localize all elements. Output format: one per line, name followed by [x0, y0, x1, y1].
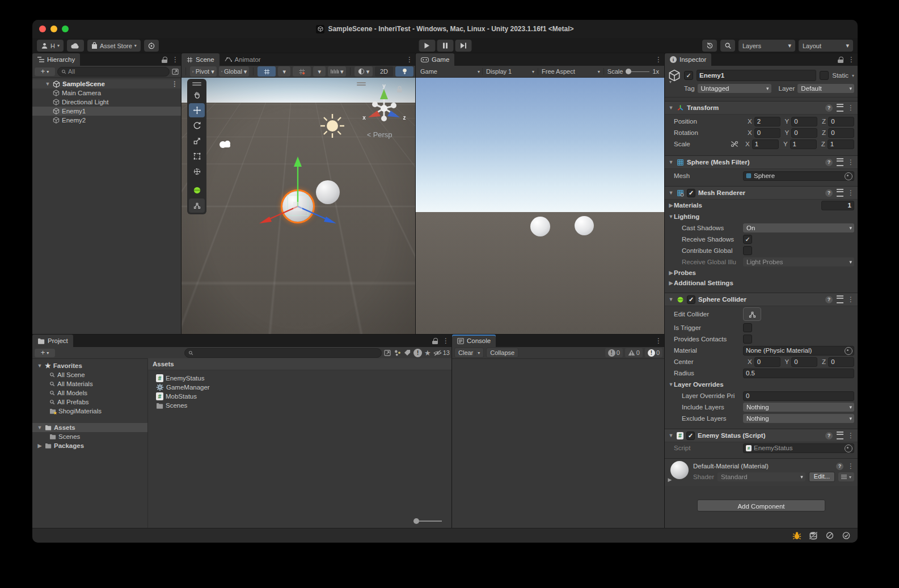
scale-y-field[interactable]: 1 — [790, 139, 817, 149]
favorites-filter-icon[interactable]: ★ — [424, 349, 431, 357]
foldout-icon[interactable]: ▼ — [668, 297, 674, 302]
component-menu-icon[interactable]: ⋮ — [847, 432, 854, 439]
material-menu-icon[interactable]: ⋮ — [847, 462, 854, 470]
hierarchy-menu-icon[interactable]: ⋮ — [172, 56, 179, 64]
overlay-drag-handle[interactable] — [192, 81, 201, 87]
clear-button[interactable]: Clear ▾ — [454, 348, 484, 358]
mesh-object-field[interactable]: Sphere — [743, 171, 854, 181]
progress-idle-icon[interactable] — [842, 531, 851, 540]
hierarchy-item-enemy2[interactable]: Enemy2 — [32, 116, 182, 125]
presets-icon[interactable] — [837, 104, 843, 112]
object-picker-icon[interactable] — [845, 347, 852, 355]
scene-menu-icon[interactable]: ⋮ — [171, 80, 178, 88]
pick-window-icon[interactable] — [384, 349, 391, 356]
scene-viewport[interactable]: y x z < Persp — [182, 78, 416, 334]
play-button[interactable] — [419, 40, 435, 52]
asset-mobstatus[interactable]: # MobStatus — [148, 392, 452, 401]
handle-space-dropdown[interactable]: Global▾ — [219, 66, 250, 77]
center-y-field[interactable]: 0 — [791, 357, 817, 367]
game-mode-dropdown[interactable]: Game▾ — [418, 68, 483, 75]
help-icon[interactable]: ? — [836, 463, 843, 470]
receive-gi-dropdown[interactable]: Light Probes — [743, 257, 854, 266]
close-button[interactable] — [39, 26, 46, 32]
materials-foldout[interactable]: ▶Materials 1 — [665, 200, 858, 211]
tree-shogi-materials[interactable]: ★ ShogiMaterials — [32, 407, 147, 416]
foldout-icon[interactable]: ▼ — [668, 433, 674, 438]
tree-favorites[interactable]: ▼★ Favorites — [32, 361, 147, 370]
increment-snap-button[interactable]: ▾ — [328, 66, 346, 77]
minimize-button[interactable] — [50, 26, 57, 32]
scale-slider-knob[interactable] — [626, 69, 631, 74]
search-by-label-icon[interactable] — [404, 349, 411, 356]
help-icon[interactable]: ? — [825, 159, 833, 166]
receive-shadows-checkbox[interactable]: ✓ — [743, 235, 752, 244]
position-x-field[interactable]: 2 — [754, 117, 780, 126]
info-count-badge[interactable]: ! 0 — [605, 348, 623, 357]
lock-icon[interactable] — [162, 57, 167, 63]
tab-game[interactable]: Game — [416, 53, 454, 66]
move-tool[interactable] — [189, 103, 205, 117]
collab-disabled-icon[interactable] — [825, 531, 834, 540]
project-search-input[interactable] — [184, 348, 382, 358]
foldout-icon[interactable]: ▼ — [668, 190, 674, 196]
collapse-button[interactable]: Collapse — [486, 348, 518, 358]
is-trigger-checkbox[interactable] — [743, 323, 752, 332]
tree-all-models[interactable]: All Models — [32, 388, 147, 397]
display-dropdown[interactable]: Display 1▾ — [483, 68, 538, 75]
search-everywhere-button[interactable] — [720, 40, 735, 52]
hand-tool[interactable] — [189, 88, 205, 102]
layer-overrides-foldout[interactable]: ▼Layer Overrides — [665, 379, 858, 390]
help-icon[interactable]: ? — [825, 432, 833, 439]
enemy-status-header[interactable]: ▼ # ✓ Enemy Status (Script) ? ⋮ — [665, 429, 858, 442]
log-filter-icon[interactable]: ! — [413, 349, 422, 357]
exclude-layers-dropdown[interactable]: Nothing — [743, 414, 854, 423]
aspect-dropdown[interactable]: Free Aspect▾ — [538, 68, 604, 75]
snap-arrow[interactable]: ▾ — [313, 66, 326, 77]
center-x-field[interactable]: 0 — [754, 357, 780, 367]
static-checkbox[interactable] — [820, 71, 829, 80]
help-icon[interactable]: ? — [825, 104, 833, 112]
position-y-field[interactable]: 0 — [791, 117, 817, 126]
lighting-foldout[interactable]: ▼Lighting — [665, 211, 858, 222]
rotation-y-field[interactable]: 0 — [791, 128, 817, 138]
tab-console[interactable]: Console — [452, 335, 496, 347]
contribute-gi-checkbox[interactable] — [743, 246, 752, 255]
help-icon[interactable]: ? — [825, 189, 833, 197]
component-menu-icon[interactable]: ⋮ — [847, 295, 854, 303]
object-picker-icon[interactable] — [845, 445, 852, 452]
maximize-button[interactable] — [62, 26, 69, 32]
static-dropdown-arrow[interactable]: ▾ — [852, 73, 854, 78]
asset-enemystatus[interactable]: # EnemyStatus — [148, 374, 452, 383]
services-button[interactable] — [144, 40, 159, 52]
hierarchy-item-scene[interactable]: ▼ SampleScene ⋮ — [32, 79, 182, 88]
name-field[interactable]: Enemy1 — [697, 70, 816, 81]
snap-toggle[interactable] — [293, 66, 311, 77]
layout-dropdown[interactable]: Layout▾ — [799, 40, 853, 52]
component-menu-icon[interactable]: ⋮ — [847, 158, 854, 166]
component-menu-icon[interactable]: ⋮ — [847, 104, 854, 112]
rotate-tool[interactable] — [189, 119, 205, 133]
tab-animator[interactable]: Animator — [220, 53, 266, 66]
transform-tool[interactable] — [189, 164, 205, 179]
perspective-label[interactable]: < Persp — [367, 130, 392, 139]
presets-icon[interactable] — [837, 158, 843, 166]
tab-hierarchy[interactable]: Hierarchy — [32, 53, 80, 66]
hierarchy-search-input[interactable]: All — [57, 67, 170, 77]
overlay-drag-handle[interactable] — [357, 82, 366, 83]
edit-collider-button[interactable] — [743, 307, 761, 321]
undo-history-button[interactable] — [702, 40, 717, 52]
tab-inspector[interactable]: i Inspector — [665, 53, 711, 66]
hierarchy-item-main-camera[interactable]: Main Camera — [32, 88, 182, 98]
console-log-area[interactable] — [452, 359, 665, 528]
link-broken-icon[interactable] — [731, 141, 738, 147]
create-button[interactable]: +▾ — [35, 67, 55, 76]
asset-zoom-slider[interactable] — [413, 518, 442, 524]
asset-zoom-knob[interactable] — [413, 518, 419, 524]
active-checkbox[interactable]: ✓ — [684, 71, 693, 80]
materials-count-field[interactable]: 1 — [821, 201, 854, 210]
tab-scene[interactable]: Scene — [182, 53, 220, 66]
grid-visibility-arrow[interactable]: ▾ — [278, 66, 290, 77]
sun-gizmo[interactable] — [319, 113, 345, 139]
component-enabled-checkbox[interactable]: ✓ — [687, 189, 695, 197]
scale-slider[interactable] — [626, 69, 649, 74]
